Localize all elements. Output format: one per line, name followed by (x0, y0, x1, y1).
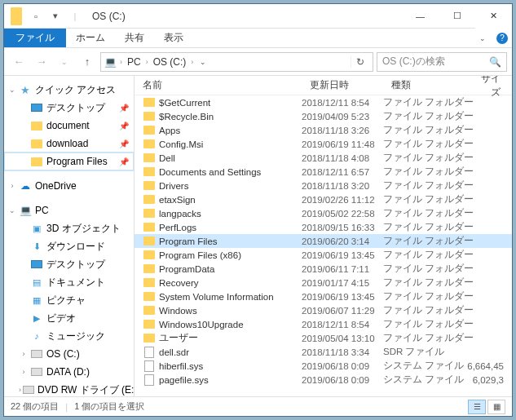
nav-pc-item[interactable]: ›♪ミュージック (4, 327, 134, 345)
file-row[interactable]: Drivers2018/11/18 3:20ファイル フォルダー (135, 179, 512, 192)
chevron-right-icon[interactable]: › (120, 58, 122, 66)
nav-label: クイック アクセス (35, 83, 116, 97)
file-name: Windows10Upgrade (159, 320, 302, 329)
nav-pc-item[interactable]: ›▤ドキュメント (4, 273, 134, 291)
chevron-icon[interactable]: ⌄ (7, 86, 17, 94)
file-row[interactable]: $GetCurrent2018/12/11 8:54ファイル フォルダー (135, 95, 512, 109)
breadcrumb-pc[interactable]: PC (126, 56, 143, 68)
file-row[interactable]: Apps2018/11/18 3:26ファイル フォルダー (135, 123, 512, 137)
nav-tree[interactable]: ⌄★クイック アクセス›デスクトップ📌›document📌›download📌›… (4, 76, 135, 396)
file-icon (143, 360, 156, 373)
nav-pc-item[interactable]: ›▶ビデオ (4, 309, 134, 327)
nav-onedrive[interactable]: ›☁OneDrive (4, 177, 134, 195)
minimize-button[interactable]: ― (402, 4, 439, 29)
file-row[interactable]: etaxSign2019/02/26 11:12ファイル フォルダー (135, 192, 512, 206)
header-date[interactable]: 更新日時 (302, 78, 383, 92)
nav-pc-item[interactable]: ›▣3D オブジェクト (4, 219, 134, 237)
refresh-button[interactable]: ↻ (351, 56, 369, 68)
help-button[interactable]: ? (492, 29, 512, 47)
file-row[interactable]: pagefile.sys2019/06/18 0:09システム ファイル6,02… (135, 373, 512, 387)
nav-pc-item[interactable]: ›DATA (D:) (4, 363, 134, 381)
nav-pc-item[interactable]: ›デスクトップ (4, 255, 134, 273)
properties-icon[interactable]: ▫ (27, 7, 45, 25)
back-button[interactable]: ← (9, 52, 29, 72)
item-count: 22 個の項目 (11, 400, 59, 413)
tab-home[interactable]: ホーム (66, 29, 115, 47)
file-date: 2019/06/07 11:29 (302, 306, 383, 316)
forward-button[interactable]: → (32, 52, 51, 72)
file-name: Config.Msi (159, 139, 302, 149)
file-row[interactable]: Documents and Settings2018/12/11 6:57ファイ… (135, 165, 512, 179)
tab-view[interactable]: 表示 (154, 29, 193, 47)
window-title: OS (C:) (87, 11, 402, 22)
nav-pc[interactable]: ⌄💻PC (4, 201, 134, 219)
chevron-icon[interactable]: ⌄ (7, 206, 17, 214)
pc-icon: 💻 (104, 56, 117, 68)
file-row[interactable]: $Recycle.Bin2019/04/09 5:23ファイル フォルダー (135, 109, 512, 123)
file-name: Drivers (159, 181, 302, 191)
file-row[interactable]: Recovery2019/01/17 4:15ファイル フォルダー (135, 276, 512, 290)
nav-label: Program Files (46, 156, 108, 167)
file-type: ファイル フォルダー (383, 332, 465, 344)
file-row[interactable]: System Volume Information2019/06/19 13:4… (135, 290, 512, 303)
chevron-icon[interactable]: › (19, 386, 21, 394)
chevron-right-icon[interactable]: › (146, 58, 148, 66)
file-name: Apps (159, 126, 302, 135)
file-row[interactable]: Config.Msi2019/06/19 11:48ファイル フォルダー (135, 137, 512, 151)
file-row[interactable]: Program Files2019/06/20 3:14ファイル フォルダー (135, 234, 512, 248)
nav-quick-item[interactable]: ›Program Files📌 (4, 153, 134, 170)
tab-file[interactable]: ファイル (4, 29, 66, 47)
chevron-icon[interactable]: › (19, 350, 29, 358)
recent-dropdown[interactable]: ⌄ (55, 52, 74, 72)
file-date: 2018/11/18 3:20 (302, 181, 383, 191)
close-button[interactable]: ✕ (475, 4, 512, 29)
file-date: 2019/06/19 13:45 (302, 250, 383, 260)
pin-icon: 📌 (119, 157, 129, 166)
file-type: ファイル フォルダー (383, 249, 465, 261)
nav-pc-item[interactable]: ›▦ピクチャ (4, 291, 134, 309)
file-list[interactable]: $GetCurrent2018/12/11 8:54ファイル フォルダー$Rec… (135, 95, 512, 396)
chevron-icon[interactable]: › (19, 368, 29, 376)
address-bar[interactable]: 💻 › PC › OS (C:) › ⌄ ↻ (100, 52, 373, 72)
nav-quick-access[interactable]: ⌄★クイック アクセス (4, 81, 134, 99)
nav-pc-item[interactable]: ›DVD RW ドライブ (E:) (4, 381, 134, 396)
nav-label: PC (35, 205, 49, 216)
tab-share[interactable]: 共有 (115, 29, 154, 47)
up-button[interactable]: ↑ (77, 52, 97, 72)
file-row[interactable]: langpacks2019/05/02 22:58ファイル フォルダー (135, 206, 512, 220)
nav-pc-item[interactable]: ›⬇ダウンロード (4, 237, 134, 255)
file-name: Recovery (159, 278, 302, 288)
header-type[interactable]: 種類 (383, 78, 465, 92)
file-row[interactable]: dell.sdr2018/11/18 3:34SDR ファイル (135, 345, 512, 359)
file-row[interactable]: Dell2018/11/18 4:08ファイル フォルダー (135, 151, 512, 165)
chevron-icon[interactable]: › (7, 182, 17, 190)
file-row[interactable]: ユーザー2019/05/04 13:10ファイル フォルダー (135, 331, 512, 345)
breadcrumb-drive[interactable]: OS (C:) (152, 56, 188, 68)
maximize-button[interactable]: ☐ (439, 4, 475, 29)
ribbon-expand-icon[interactable]: ⌄ (473, 29, 492, 47)
file-row[interactable]: hiberfil.sys2019/06/18 0:09システム ファイル6,66… (135, 359, 512, 373)
nav-quick-item[interactable]: ›download📌 (4, 135, 134, 153)
nav-pc-item[interactable]: ›OS (C:) (4, 345, 134, 363)
address-dropdown-icon[interactable]: ⌄ (196, 58, 209, 66)
file-row[interactable]: ProgramData2019/06/11 7:11ファイル フォルダー (135, 262, 512, 276)
file-row[interactable]: Windows10Upgrade2018/12/11 8:54ファイル フォルダ… (135, 317, 512, 331)
folder-icon (143, 96, 156, 109)
nav-label: ドキュメント (46, 276, 105, 290)
file-row[interactable]: Program Files (x86)2019/06/19 13:45ファイル … (135, 248, 512, 262)
nav-quick-item[interactable]: ›デスクトップ📌 (4, 99, 134, 117)
search-input[interactable]: OS (C:)の検索 🔍 (377, 52, 507, 72)
details-view-button[interactable]: ☰ (468, 400, 486, 414)
qat-dropdown-icon[interactable]: ▾ (46, 7, 64, 25)
file-row[interactable]: Windows2019/06/07 11:29ファイル フォルダー (135, 303, 512, 317)
file-icon (143, 346, 156, 359)
file-row[interactable]: PerfLogs2018/09/15 16:33ファイル フォルダー (135, 220, 512, 234)
file-size: 6,664,45 (465, 361, 512, 371)
selection-count: 1 個の項目を選択 (74, 400, 144, 413)
header-name[interactable]: 名前 (135, 78, 302, 92)
search-icon[interactable]: 🔍 (489, 56, 501, 68)
thumbnails-view-button[interactable]: ▦ (487, 400, 505, 414)
chevron-right-icon[interactable]: › (191, 58, 193, 66)
nav-quick-item[interactable]: ›document📌 (4, 117, 134, 135)
pic-icon: ▦ (30, 294, 43, 307)
